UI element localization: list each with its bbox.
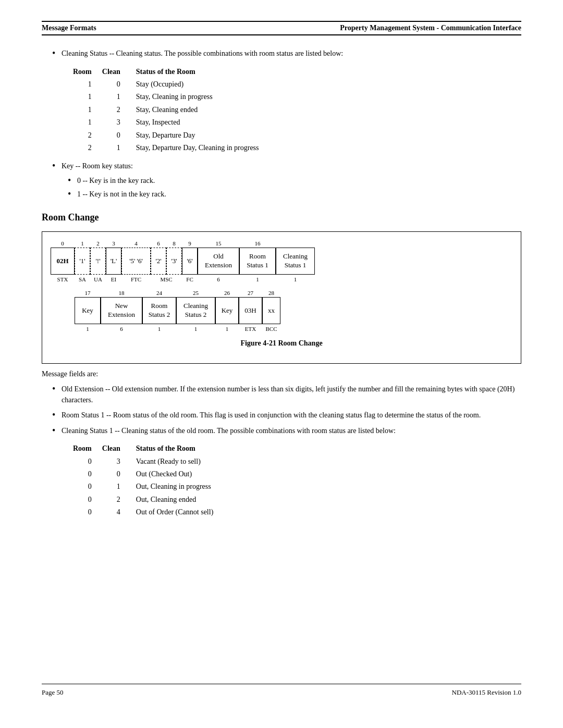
key-bullet-0-text: 0 -- Key is in the key rack. bbox=[77, 175, 521, 187]
status-val: Vacant (Ready to sell) bbox=[136, 455, 222, 468]
col-n-15: 15 bbox=[198, 240, 239, 246]
cell-key-1: Key bbox=[75, 297, 101, 324]
cleaning-status-1-bullet: • Cleaning Status 1 -- Cleaning status o… bbox=[52, 425, 521, 437]
col-n-16: 16 bbox=[239, 240, 276, 246]
upper-cells-row: 02H '1' '!' 'L' '5' '6' '2' '3' '6' OldE… bbox=[51, 248, 512, 275]
status-val: Stay, Cleaning ended bbox=[136, 104, 267, 116]
col-n-6: 6 bbox=[151, 240, 166, 246]
table-row: 1 1 Stay, Cleaning in progress bbox=[73, 91, 267, 103]
room-val: 0 bbox=[73, 480, 102, 493]
lbl-1b: 1 bbox=[276, 276, 315, 282]
header-left: Message Formats bbox=[42, 24, 96, 32]
col-n-28: 28 bbox=[262, 290, 280, 296]
status-table-1-grid: Room Clean Status of the Room 1 0 Stay (… bbox=[73, 66, 267, 155]
col-clean-header: Clean bbox=[102, 66, 136, 78]
sub-bullet-dot-1: • bbox=[68, 175, 77, 187]
cell-excl: '!' bbox=[90, 248, 106, 275]
status-val: Out, Cleaning in progress bbox=[136, 480, 222, 493]
status-val: Out (Checked Out) bbox=[136, 468, 222, 480]
status-table-2-grid: Room Clean Status of the Room 0 3 Vacant… bbox=[73, 442, 222, 519]
cleaning-status-text: Cleaning Status -- Cleaning status. The … bbox=[62, 48, 521, 59]
cell-room-status-2: RoomStatus 2 bbox=[142, 297, 176, 324]
cell-L: 'L' bbox=[106, 248, 121, 275]
room-val: 2 bbox=[73, 129, 102, 142]
col-n-9: 9 bbox=[182, 240, 198, 246]
sub-bullet-dot-2: • bbox=[68, 189, 77, 200]
table-row: 1 3 Stay, Inspected bbox=[73, 116, 267, 129]
room-val: 0 bbox=[73, 455, 102, 468]
cell-3: '3' bbox=[166, 248, 182, 275]
cell-cleaning-status-2: CleaningStatus 2 bbox=[176, 297, 215, 324]
table-row: 0 2 Out, Cleaning ended bbox=[73, 493, 222, 506]
col-n-18: 18 bbox=[101, 290, 142, 296]
lower-col-nums: 17 18 24 25 26 27 28 bbox=[51, 290, 512, 296]
col-n-27: 27 bbox=[239, 290, 262, 296]
col-n-17: 17 bbox=[75, 290, 101, 296]
clean-val: 3 bbox=[102, 455, 136, 468]
col-n-25: 25 bbox=[176, 290, 215, 296]
status-table-1: Room Clean Status of the Room 1 0 Stay (… bbox=[73, 66, 521, 155]
cleaning-status-section: • Cleaning Status -- Cleaning status. Th… bbox=[42, 48, 521, 200]
lower-labels-row: 1 6 1 1 1 ETX BCC bbox=[51, 326, 512, 332]
room-status-1-text: Room Status 1 -- Room status of the old … bbox=[62, 410, 521, 421]
cell-cleaning-status-1: CleaningStatus 1 bbox=[276, 248, 315, 275]
footer-page: Page 50 bbox=[42, 688, 64, 697]
room-status-1-bullet: • Room Status 1 -- Room status of the ol… bbox=[52, 410, 521, 421]
room-val: 0 bbox=[73, 493, 102, 506]
status-val: Out, Cleaning ended bbox=[136, 493, 222, 506]
table-row: 0 1 Out, Cleaning in progress bbox=[73, 480, 222, 493]
lbl-1a: 1 bbox=[239, 276, 276, 282]
table-row: 2 1 Stay, Departure Day, Cleaning in pro… bbox=[73, 142, 267, 154]
room-val: 0 bbox=[73, 506, 102, 519]
bullet-dot-5: • bbox=[52, 425, 62, 437]
status-val: Out of Order (Cannot sell) bbox=[136, 506, 222, 519]
table-row: 1 2 Stay, Cleaning ended bbox=[73, 104, 267, 116]
clean-val: 3 bbox=[102, 116, 136, 129]
cell-old-extension: OldExtension bbox=[198, 248, 239, 275]
table-row: 0 0 Out (Checked Out) bbox=[73, 468, 222, 480]
room-val: 1 bbox=[73, 91, 102, 103]
clean-val: 1 bbox=[102, 91, 136, 103]
key-status-text: Key -- Room key status: bbox=[62, 161, 521, 172]
col-n-4: 4 bbox=[121, 240, 151, 246]
cleaning-status-bullet: • Cleaning Status -- Cleaning status. Th… bbox=[52, 48, 521, 59]
lower-cells-row: Key NewExtension RoomStatus 2 CleaningSt… bbox=[51, 297, 512, 324]
page: Message Formats Property Management Syst… bbox=[0, 0, 563, 728]
lbl-etx: ETX bbox=[239, 326, 262, 332]
cleaning-status-1-text: Cleaning Status 1 -- Cleaning status of … bbox=[62, 425, 521, 437]
clean-val: 2 bbox=[102, 104, 136, 116]
room-val: 1 bbox=[73, 104, 102, 116]
key-bullet-1: • 1 -- Key is not in the key rack. bbox=[68, 189, 521, 200]
lbl-ua: UA bbox=[90, 276, 106, 282]
key-bullet-0: • 0 -- Key is in the key rack. bbox=[68, 175, 521, 187]
cell-new-extension: NewExtension bbox=[101, 297, 142, 324]
col-n-2: 2 bbox=[90, 240, 106, 246]
key-bullet-1-text: 1 -- Key is not in the key rack. bbox=[77, 189, 521, 200]
col-status-header: Status of the Room bbox=[136, 66, 267, 78]
message-fields-heading: Message fields are: bbox=[42, 370, 521, 378]
col-n-26: 26 bbox=[215, 290, 239, 296]
lbl-1c: 1 bbox=[75, 326, 101, 332]
lbl-1d: 1 bbox=[142, 326, 176, 332]
cell-xx: xx bbox=[262, 297, 280, 324]
page-footer: Page 50 NDA-30115 Revision 1.0 bbox=[42, 684, 521, 697]
lbl-1f: 1 bbox=[215, 326, 239, 332]
lbl-stx: STX bbox=[51, 276, 75, 282]
table-row: 2 0 Stay, Departure Day bbox=[73, 129, 267, 142]
old-extension-bullet: • Old Extension -- Old extension number.… bbox=[52, 384, 521, 405]
table-row: 0 4 Out of Order (Cannot sell) bbox=[73, 506, 222, 519]
col-status-header-2: Status of the Room bbox=[136, 442, 222, 455]
table-header-row-2: Room Clean Status of the Room bbox=[73, 442, 222, 455]
key-status-bullet: • Key -- Room key status: bbox=[52, 161, 521, 172]
status-val: Stay, Departure Day bbox=[136, 129, 267, 142]
status-val: Stay, Departure Day, Cleaning in progres… bbox=[136, 142, 267, 154]
col-room-header: Room bbox=[73, 66, 102, 78]
col-n-0: 0 bbox=[51, 240, 75, 246]
lbl-6: 6 bbox=[198, 276, 239, 282]
header-right: Property Management System - Communicati… bbox=[340, 24, 521, 32]
clean-val: 0 bbox=[102, 78, 136, 91]
bullet-dot-2: • bbox=[52, 161, 62, 172]
lbl-msc: MSC bbox=[151, 276, 182, 282]
room-val: 1 bbox=[73, 78, 102, 91]
col-clean-header-2: Clean bbox=[102, 442, 136, 455]
